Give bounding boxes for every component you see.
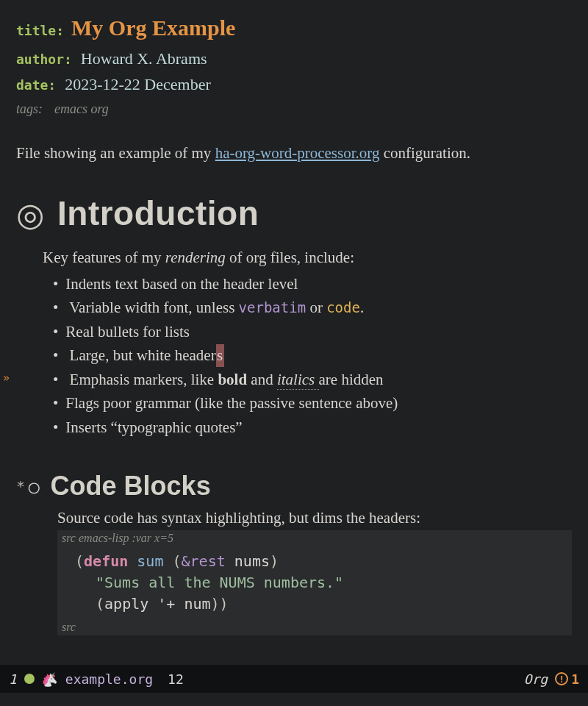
list-item: Emphasis markers, like bold and italics … [53, 368, 572, 391]
heading-code-blocks-text: Code Blocks [51, 471, 211, 502]
author-keyword: author: [16, 51, 72, 67]
intro-text-post: configuration. [379, 144, 470, 162]
text-cursor[interactable]: s [216, 344, 224, 366]
italic-text: italics [277, 371, 319, 390]
unicorn-icon: 🦄 [42, 671, 58, 687]
source-code-block[interactable]: (defun sum (&rest nums) "Sums all the NU… [57, 546, 572, 619]
code-line: (apply '+ num)) [75, 593, 564, 615]
meta-tags-line: tags: emacs org [16, 100, 572, 118]
intro-text-pre: File showing an example of my [16, 144, 215, 162]
src-block-header: src emacs-lisp :var x=5 [57, 530, 572, 546]
heading-introduction[interactable]: ◎ Introduction [16, 193, 572, 233]
modified-indicator-icon [24, 674, 35, 684]
heading-bullet-icon: ◎ [16, 199, 44, 232]
code-line: (defun sum (&rest nums) [75, 551, 564, 572]
major-mode[interactable]: Org [524, 671, 548, 687]
list-item: Variable width font, unless verbatim or … [53, 296, 572, 318]
warning-icon: ! [555, 672, 568, 685]
tags-keyword: tags: [16, 101, 43, 116]
code-description: Source code has syntax highlighting, but… [57, 509, 572, 527]
warning-count: 1 [571, 671, 579, 687]
code-text: code [326, 299, 360, 315]
intro-paragraph: File showing an example of my ha-org-wor… [16, 143, 572, 163]
modeline-left: 1 🦄 example.org 12 [9, 671, 184, 687]
list-item: Indents text based on the header level [53, 273, 572, 295]
meta-date-line: date: 2023-12-22 December [16, 74, 572, 96]
date-keyword: date: [16, 77, 56, 93]
config-link[interactable]: ha-org-word-processor.org [215, 144, 380, 162]
verbatim-text: verbatim [239, 299, 306, 315]
list-item: Flags poor grammar (like the passive sen… [53, 392, 572, 414]
code-line: "Sums all the NUMS numbers." [75, 572, 564, 593]
fringe-indicator-icon: » [3, 371, 10, 385]
intro-lead: Key features of my rendering of org file… [43, 246, 572, 268]
editor-pane[interactable]: title: My Org Example author: Howard X. … [0, 0, 588, 706]
minibuffer-area[interactable] [0, 693, 588, 706]
heading-introduction-text: Introduction [57, 193, 259, 233]
intro-lead-em: rendering [165, 249, 226, 266]
intro-section-body: Key features of my rendering of org file… [43, 246, 572, 439]
list-item: Inserts “typographic quotes” [53, 416, 572, 438]
meta-title-line: title: My Org Example [16, 13, 572, 43]
buffer-content[interactable]: title: My Org Example author: Howard X. … [0, 0, 588, 635]
modeline[interactable]: 1 🦄 example.org 12 Org ! 1 [0, 665, 588, 693]
date-value: 2023-12-22 December [65, 75, 211, 93]
window-number: 1 [9, 671, 17, 687]
heading-code-blocks[interactable]: * ○ Code Blocks [16, 471, 572, 502]
heading-bullet-icon: ○ [26, 474, 42, 502]
org-star-marker: * [16, 477, 25, 495]
bold-text: bold [218, 371, 247, 388]
title-value: My Org Example [71, 15, 235, 40]
code-section: Source code has syntax highlighting, but… [57, 509, 572, 635]
title-keyword: title: [16, 23, 64, 38]
tags-value: emacs org [54, 101, 109, 116]
list-item: Large, but white headers [53, 344, 572, 366]
list-item: Real bullets for lists [53, 321, 572, 343]
modeline-right: Org ! 1 [524, 671, 579, 687]
author-value: Howard X. Abrams [81, 49, 207, 68]
buffer-name[interactable]: example.org [65, 671, 153, 687]
feature-list: Indents text based on the header level V… [53, 273, 572, 438]
flycheck-indicator[interactable]: ! 1 [555, 671, 579, 687]
line-number: 12 [168, 671, 184, 687]
src-block-footer: src [57, 619, 572, 635]
meta-author-line: author: Howard X. Abrams [16, 48, 572, 70]
